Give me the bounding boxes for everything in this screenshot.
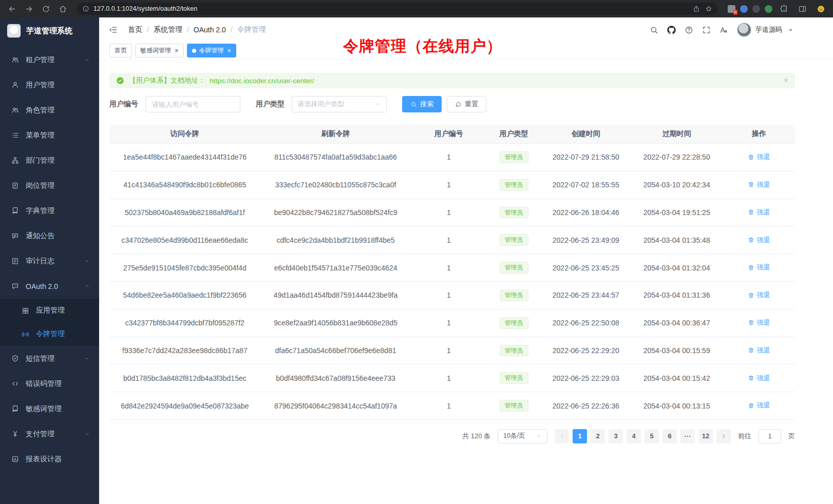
tab-sensitive-word[interactable]: 敏感词管理×: [135, 44, 184, 57]
page-button-3[interactable]: 3: [609, 429, 623, 443]
table-row: c342377bf8b344799dcbf7bf095287f29ce8ef2a…: [109, 309, 795, 337]
bookmark-star-icon[interactable]: [705, 5, 712, 12]
sidebar-item-post[interactable]: 岗位管理: [0, 173, 99, 198]
force-logout-label: 强退: [756, 318, 770, 327]
sensitive-icon: [11, 405, 19, 413]
sidebar-item-label: 审计日志: [26, 257, 54, 266]
sidebar-item-oauth2-app[interactable]: 应用管理: [0, 299, 99, 322]
pay-icon: [11, 430, 19, 438]
site-info-icon[interactable]: [82, 5, 89, 12]
extensions-puzzle-icon[interactable]: [780, 5, 788, 13]
search-button[interactable]: 搜索: [402, 96, 442, 112]
browser-profile-avatar[interactable]: [817, 5, 825, 13]
sidebar-item-report[interactable]: 报表设计器: [0, 447, 99, 472]
sidebar-collapse-button[interactable]: [108, 25, 118, 34]
sidebar-item-dict[interactable]: 字典管理: [0, 198, 99, 223]
side-panel-icon[interactable]: [798, 5, 807, 13]
force-logout-button[interactable]: 强退: [748, 180, 770, 189]
success-icon: [116, 76, 124, 85]
breadcrumb-item[interactable]: 系统管理: [154, 25, 182, 34]
expire-time-cell: 2054-03-04 00:36:47: [631, 309, 723, 337]
force-logout-button[interactable]: 强退: [748, 318, 770, 327]
force-logout-button[interactable]: 强退: [748, 236, 770, 245]
extension-icon[interactable]: [765, 5, 772, 13]
page-size-select[interactable]: 10条/页: [498, 429, 547, 443]
reset-button-label: 重置: [465, 100, 478, 109]
breadcrumb-item[interactable]: OAuth 2.0: [194, 26, 226, 34]
extension-icon[interactable]: [740, 5, 748, 13]
prev-page-button[interactable]: [555, 429, 569, 443]
actions-cell: 强退: [723, 226, 795, 254]
sidebar-item-role[interactable]: 角色管理: [0, 98, 99, 123]
sidebar-item-dept[interactable]: 部门管理: [0, 148, 99, 173]
sidebar-item-tenant[interactable]: 租户管理: [0, 47, 99, 72]
column-header: 用户编号: [411, 125, 486, 144]
github-icon[interactable]: [667, 26, 676, 34]
table-row: 6d842e2924594de9a09e45e087323abe8796295f…: [109, 392, 795, 420]
more-pages-button[interactable]: ···: [680, 429, 695, 443]
sidebar-item-error-code[interactable]: 错误码管理: [0, 371, 99, 396]
url-bar[interactable]: 127.0.0.1:1024/system/oauth2/token: [77, 3, 717, 15]
create-time-cell: 2022-06-25 23:44:57: [541, 281, 631, 309]
force-logout-label: 强退: [756, 208, 770, 217]
tab-close-icon[interactable]: ×: [175, 47, 179, 54]
tab-oauth2-token[interactable]: 令牌管理×: [187, 44, 237, 57]
share-icon[interactable]: [693, 5, 700, 12]
create-time-cell: 2022-06-26 18:04:46: [541, 199, 631, 226]
sidebar-item-sms[interactable]: 短信管理: [0, 346, 99, 371]
page-button-6[interactable]: 6: [662, 429, 677, 443]
user-type-cell: 管理员: [486, 364, 541, 392]
alert-doc-link[interactable]: https://doc.iocoder.cn/user-center/: [210, 77, 314, 85]
force-logout-button[interactable]: 强退: [748, 401, 770, 410]
search-button-label: 搜索: [420, 100, 433, 109]
sidebar-item-pay[interactable]: 支付管理: [0, 421, 99, 447]
reset-button[interactable]: 重置: [447, 96, 486, 112]
tab-home[interactable]: 首页: [109, 44, 132, 57]
refresh-token-cell: e6cfd40eb1f54571a31e775e039c4624: [260, 254, 411, 282]
alert-close-icon[interactable]: ×: [784, 76, 788, 85]
user-id-input[interactable]: [145, 96, 240, 112]
access-token-cell: 502375b8040a469a9b82188afdf6af1f: [109, 199, 260, 226]
user-menu[interactable]: 芋道源码: [737, 23, 795, 37]
forward-icon[interactable]: [25, 5, 33, 13]
tab-close-icon[interactable]: ×: [228, 47, 232, 54]
extension-icon[interactable]: [752, 5, 760, 13]
next-page-button[interactable]: [716, 429, 731, 443]
sidebar-item-oauth2-token[interactable]: 令牌管理: [0, 322, 99, 346]
sidebar-item-user[interactable]: 用户管理: [0, 72, 99, 98]
reload-icon[interactable]: [42, 5, 50, 13]
fullscreen-icon[interactable]: [702, 26, 711, 34]
token-icon: [22, 331, 29, 338]
page-button-5[interactable]: 5: [645, 429, 659, 443]
search-icon[interactable]: [650, 26, 658, 34]
sidebar-item-oauth2[interactable]: OAuth 2.0: [0, 274, 99, 299]
user-id-cell: 1: [411, 337, 486, 364]
app-logo[interactable]: 芋道管理系统: [0, 17, 99, 44]
force-logout-button[interactable]: 强退: [748, 346, 770, 355]
sidebar-item-menu[interactable]: 菜单管理: [0, 123, 99, 148]
user-type-select[interactable]: 请选择用户类型: [292, 96, 387, 112]
chevron-down-icon: [84, 57, 90, 63]
help-icon[interactable]: [685, 26, 693, 34]
sidebar: 芋道管理系统 租户管理用户管理角色管理菜单管理部门管理岗位管理字典管理通知公告审…: [0, 17, 99, 504]
create-time-cell: 2022-06-25 22:26:36: [541, 392, 631, 420]
force-logout-button[interactable]: 强退: [748, 374, 770, 383]
force-logout-button[interactable]: 强退: [748, 152, 770, 162]
page-button-2[interactable]: 2: [591, 429, 605, 443]
font-size-icon[interactable]: [720, 26, 728, 34]
audit-icon: [11, 257, 19, 265]
force-logout-button[interactable]: 强退: [748, 263, 770, 272]
page-button-1[interactable]: 1: [573, 429, 587, 443]
goto-page-input[interactable]: [759, 429, 781, 443]
sidebar-item-audit-log[interactable]: 审计日志: [0, 248, 99, 274]
force-logout-button[interactable]: 强退: [748, 208, 770, 217]
sidebar-item-notice[interactable]: 通知公告: [0, 223, 99, 248]
extension-icon[interactable]: 0: [728, 5, 735, 13]
breadcrumb-item[interactable]: 首页: [128, 25, 142, 34]
home-icon[interactable]: [59, 5, 67, 13]
page-button-12[interactable]: 12: [698, 429, 713, 443]
force-logout-button[interactable]: 强退: [748, 290, 770, 300]
back-icon[interactable]: [8, 5, 16, 13]
sidebar-item-sensitive-word[interactable]: 敏感词管理: [0, 396, 99, 421]
page-button-4[interactable]: 4: [627, 429, 641, 443]
